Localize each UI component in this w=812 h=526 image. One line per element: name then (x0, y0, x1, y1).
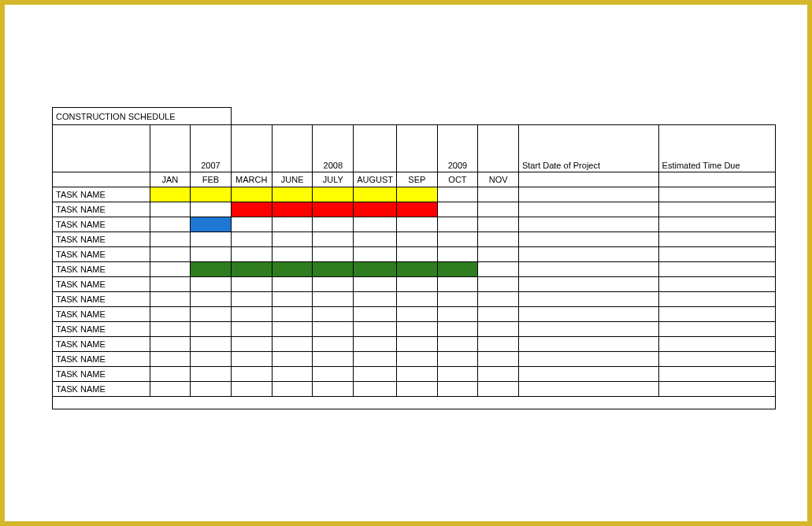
gantt-cell[interactable] (437, 262, 478, 277)
gantt-cell[interactable] (272, 262, 313, 277)
gantt-cell[interactable] (150, 277, 191, 292)
task-name-cell[interactable]: TASK NAME (53, 247, 150, 262)
gantt-cell[interactable] (272, 232, 313, 247)
start-date-cell[interactable] (518, 367, 658, 382)
gantt-cell[interactable] (191, 187, 232, 202)
gantt-cell[interactable] (231, 187, 272, 202)
task-name-cell[interactable]: TASK NAME (53, 322, 150, 337)
gantt-cell[interactable] (313, 217, 354, 232)
gantt-cell[interactable] (231, 262, 272, 277)
gantt-cell[interactable] (478, 202, 519, 217)
gantt-cell[interactable] (150, 262, 191, 277)
due-cell[interactable] (658, 247, 775, 262)
start-date-cell[interactable] (518, 187, 658, 202)
start-date-cell[interactable] (518, 232, 658, 247)
gantt-cell[interactable] (231, 277, 272, 292)
gantt-cell[interactable] (191, 232, 232, 247)
due-cell[interactable] (658, 322, 775, 337)
gantt-cell[interactable] (354, 322, 397, 337)
gantt-cell[interactable] (354, 352, 397, 367)
gantt-cell[interactable] (272, 367, 313, 382)
gantt-cell[interactable] (397, 262, 438, 277)
gantt-cell[interactable] (354, 382, 397, 397)
task-name-cell[interactable]: TASK NAME (53, 292, 150, 307)
gantt-cell[interactable] (437, 337, 478, 352)
gantt-cell[interactable] (272, 352, 313, 367)
gantt-cell[interactable] (231, 202, 272, 217)
month-feb[interactable]: FEB (191, 172, 232, 187)
gantt-cell[interactable] (231, 322, 272, 337)
gantt-cell[interactable] (150, 202, 191, 217)
gantt-cell[interactable] (150, 382, 191, 397)
task-name-cell[interactable]: TASK NAME (53, 187, 150, 202)
gantt-cell[interactable] (313, 307, 354, 322)
due-cell[interactable] (658, 337, 775, 352)
due-cell[interactable] (658, 187, 775, 202)
gantt-cell[interactable] (272, 277, 313, 292)
gantt-cell[interactable] (478, 217, 519, 232)
gantt-cell[interactable] (191, 292, 232, 307)
gantt-cell[interactable] (437, 277, 478, 292)
gantt-cell[interactable] (272, 322, 313, 337)
gantt-cell[interactable] (191, 202, 232, 217)
gantt-cell[interactable] (150, 247, 191, 262)
month-august[interactable]: AUGUST (354, 172, 397, 187)
gantt-cell[interactable] (397, 232, 438, 247)
gantt-cell[interactable] (478, 187, 519, 202)
gantt-cell[interactable] (437, 382, 478, 397)
gantt-cell[interactable] (191, 382, 232, 397)
gantt-cell[interactable] (354, 187, 397, 202)
start-date-cell[interactable] (518, 202, 658, 217)
gantt-cell[interactable] (437, 352, 478, 367)
gantt-cell[interactable] (478, 292, 519, 307)
due-cell[interactable] (658, 262, 775, 277)
gantt-cell[interactable] (231, 307, 272, 322)
gantt-cell[interactable] (437, 247, 478, 262)
gantt-cell[interactable] (191, 322, 232, 337)
gantt-cell[interactable] (313, 277, 354, 292)
start-date-cell[interactable] (518, 382, 658, 397)
gantt-cell[interactable] (150, 232, 191, 247)
due-cell[interactable] (658, 382, 775, 397)
gantt-cell[interactable] (272, 247, 313, 262)
gantt-cell[interactable] (397, 307, 438, 322)
gantt-cell[interactable] (272, 217, 313, 232)
gantt-cell[interactable] (354, 247, 397, 262)
gantt-cell[interactable] (150, 367, 191, 382)
gantt-cell[interactable] (397, 292, 438, 307)
gantt-cell[interactable] (354, 292, 397, 307)
gantt-cell[interactable] (191, 367, 232, 382)
gantt-cell[interactable] (397, 217, 438, 232)
month-nov[interactable]: NOV (478, 172, 519, 187)
gantt-cell[interactable] (150, 322, 191, 337)
gantt-cell[interactable] (397, 367, 438, 382)
gantt-cell[interactable] (313, 232, 354, 247)
gantt-cell[interactable] (397, 202, 438, 217)
gantt-cell[interactable] (272, 187, 313, 202)
task-name-cell[interactable]: TASK NAME (53, 367, 150, 382)
task-name-cell[interactable]: TASK NAME (53, 337, 150, 352)
gantt-cell[interactable] (437, 307, 478, 322)
start-date-cell[interactable] (518, 277, 658, 292)
task-name-cell[interactable]: TASK NAME (53, 352, 150, 367)
gantt-cell[interactable] (150, 292, 191, 307)
gantt-cell[interactable] (231, 292, 272, 307)
gantt-cell[interactable] (313, 262, 354, 277)
due-cell[interactable] (658, 217, 775, 232)
gantt-cell[interactable] (354, 217, 397, 232)
month-june[interactable]: JUNE (272, 172, 313, 187)
gantt-cell[interactable] (231, 217, 272, 232)
month-oct[interactable]: OCT (437, 172, 478, 187)
gantt-cell[interactable] (354, 277, 397, 292)
gantt-cell[interactable] (191, 217, 232, 232)
gantt-cell[interactable] (478, 262, 519, 277)
task-name-cell[interactable]: TASK NAME (53, 382, 150, 397)
gantt-cell[interactable] (272, 307, 313, 322)
gantt-cell[interactable] (397, 322, 438, 337)
gantt-cell[interactable] (150, 187, 191, 202)
gantt-cell[interactable] (478, 277, 519, 292)
gantt-cell[interactable] (191, 262, 232, 277)
gantt-cell[interactable] (478, 382, 519, 397)
start-date-cell[interactable] (518, 337, 658, 352)
gantt-cell[interactable] (437, 292, 478, 307)
